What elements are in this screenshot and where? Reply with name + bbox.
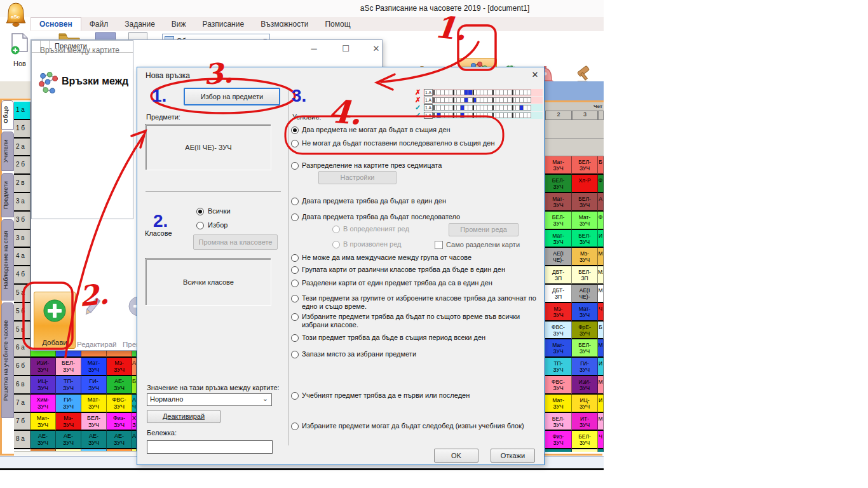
timetable-cell[interactable]: Б [598,156,604,175]
condition-radio-1[interactable] [291,140,299,147]
timetable-cell[interactable]: А [132,358,137,376]
condition-radio-label-1[interactable]: Не могат да бъдат поставени последовател… [302,139,494,147]
timetable-cell[interactable]: Мат-ЗУЧ [31,413,56,431]
timetable-cell[interactable]: Мат-ЗУЧ [81,395,107,413]
choice-classes-radio-label[interactable]: Избор [208,221,227,229]
right-grid-empty-row[interactable] [545,139,604,157]
new-document-button[interactable]: Нов [10,33,29,67]
note-input[interactable] [147,440,273,454]
timetable-cell[interactable]: ФВС-ЗУЧ [107,395,132,413]
condition-radio-label-4[interactable]: Двата предмета трябва да бъдат последова… [302,213,460,220]
condition-radio-0[interactable] [291,126,299,134]
timetable-cell[interactable]: ФВС-ЗУЧ [545,376,572,395]
timetable-cell[interactable]: Мз-ЗУЧ [545,303,572,322]
edit-button[interactable] [81,295,104,321]
choice-classes-radio[interactable] [196,222,204,229]
defined-order-radio[interactable] [332,226,340,233]
timetable-cell[interactable]: Б [132,376,137,395]
condition-radio-label-11[interactable]: Запази място за избрани предмети [302,350,416,358]
timetable-cell[interactable]: Ч [598,303,604,322]
timetable-cell[interactable]: БЕЛ-ЗУЧ [81,413,107,431]
timetable-cell[interactable]: ТП-ЗУЧ [545,358,572,376]
timetable-cell[interactable]: ФрЕ-ЗУЧ [572,322,598,340]
horizontal-scrollbar[interactable] [14,451,137,456]
condition-radio-7[interactable] [291,280,299,287]
condition-radio-8[interactable] [291,295,299,302]
timetable-cell[interactable]: ДБТ-ЗП [545,285,572,303]
timetable-cell[interactable]: ФВС-ЗУЧ [545,322,572,340]
timetable-cell[interactable]: БЕЛ-ЗУЧ [545,175,572,193]
timetable-cell[interactable]: АЕ-ЗУЧ [56,431,81,449]
timetable-cell[interactable]: БЕЛ-ЗП [572,266,598,285]
timetable-cell[interactable]: БЕЛ-ЗУЧ [572,230,598,248]
side-tab-1[interactable]: Учители [1,132,14,171]
condition-radio-label-5[interactable]: Не може да има междучасие между група от… [302,254,471,261]
menu-item-0[interactable]: Основен [31,17,81,30]
class-row-header[interactable]: 6 в [14,376,31,395]
timetable-cell[interactable]: ГИ-ЗУЧ [572,358,598,376]
close-icon[interactable]: ✕ [367,44,386,57]
timetable-cell[interactable]: М [598,285,604,303]
menu-item-4[interactable]: Разписание [194,18,253,30]
condition-radio-label-6[interactable]: Групата карти от различни класове трябва… [302,266,505,273]
relationships-list[interactable]: Предмети [31,40,133,219]
timetable-cell[interactable]: ТП-ЗУЧ [56,376,81,395]
close-icon[interactable]: ✕ [527,70,543,83]
condition-radio-13[interactable] [291,423,299,430]
timetable-cell[interactable]: М [598,339,604,358]
condition-radio-label-13[interactable]: Избраните предмети могат да бъдат следоб… [302,422,524,430]
defined-order-label[interactable]: В определеният ред [343,225,409,233]
timetable-cell[interactable]: И [598,230,604,248]
timetable-cell[interactable]: Мат-ЗУЧ [572,303,598,322]
timetable-cell[interactable]: АЕ-ЗУЧ [107,431,132,449]
condition-radio-9[interactable] [291,313,299,321]
timetable-cell[interactable]: АЕ(IЧЕ)- [572,285,598,303]
timetable-cell[interactable]: Хл-Р [572,175,598,193]
condition-radio-5[interactable] [291,254,299,262]
timetable-cell[interactable]: Мат-ЗУЧ [545,230,572,248]
timetable-cell-partial[interactable] [572,449,598,452]
class-row-header[interactable]: 2 б [14,156,31,175]
timetable-cell-partial[interactable] [545,449,572,452]
timetable-cell[interactable]: ГИ-ЗУЧ [81,376,107,395]
timetable-cell[interactable]: Мат-ЗУЧ [572,212,598,230]
timetable-cell[interactable]: Мз-ЗУЧ [56,413,81,431]
timetable-cell[interactable]: Ф [598,212,604,230]
side-tab-4[interactable]: Решетка на учебните часове [1,302,14,418]
menu-item-3[interactable]: Виж [163,18,194,30]
all-classes-radio[interactable] [196,208,204,215]
all-classes-radio-label[interactable]: Всички [208,207,231,215]
timetable-cell[interactable]: БЕЛ-ЗУЧ [56,358,81,376]
maximize-icon[interactable]: ☐ [336,44,355,57]
timetable-cell[interactable]: Б [598,322,604,340]
timetable-cell[interactable]: Мз [598,266,604,285]
meaning-select[interactable]: Нормално ⌄ [147,393,272,406]
timetable-cell[interactable]: АЕ-ЗУЧ [81,431,107,449]
class-row-header[interactable]: 7 а [14,395,31,413]
condition-radio-label-12[interactable]: Учебният предмет трябва да е първи или п… [302,391,470,399]
timetable-cell[interactable]: М [598,413,604,431]
class-row-header[interactable]: 5 а [14,285,31,303]
class-row-header[interactable]: 3 в [14,230,31,248]
class-row-header[interactable]: 2 в [14,175,31,193]
settings-button[interactable]: Настройки [318,171,397,184]
condition-radio-4[interactable] [291,214,299,221]
timetable-cell-partial[interactable] [598,449,604,452]
class-row-header[interactable]: 3 б [14,212,31,230]
timetable-cell[interactable]: И [598,358,604,376]
side-tab-0[interactable]: Общо [1,100,14,130]
condition-radio-11[interactable] [291,351,299,358]
timetable-cell[interactable]: Ф [598,175,604,193]
menu-item-2[interactable]: Задание [116,18,163,30]
timetable-cell[interactable]: Мз-ЗУЧ [107,358,132,376]
timetable-cell[interactable]: М [598,376,604,395]
ok-button[interactable]: OK [434,449,478,463]
timetable-cell[interactable]: БЕЛ-ЗУЧ [545,413,572,431]
menu-item-5[interactable]: Възможности [252,18,316,30]
timetable-cell[interactable]: Физ-ЗУЧ [545,431,572,449]
add-button[interactable]: Добави [34,292,76,349]
split-cards-label[interactable]: Само разделени карти [446,241,520,248]
class-row-header[interactable]: 5 в [14,322,31,340]
timetable-cell[interactable]: Мат-ЗУЧ [545,339,572,358]
timetable-cell[interactable]: ИзИ-ЗУЧ [31,358,56,376]
